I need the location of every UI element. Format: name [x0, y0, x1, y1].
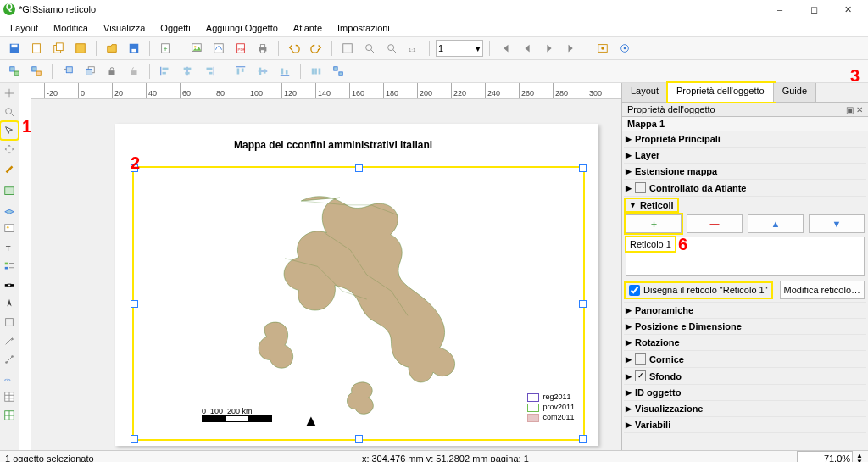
ruler-horizontal: -200204060801001201401601802002202402602… [19, 83, 621, 99]
section-frame[interactable]: ▶Cornice [626, 353, 865, 365]
add-nodeitem-icon[interactable] [1, 351, 18, 368]
unlock-icon[interactable] [125, 62, 143, 81]
add-label-icon[interactable]: T [1, 239, 18, 256]
nav-prev-icon[interactable] [518, 39, 537, 58]
add-fixedtable-icon[interactable] [1, 407, 18, 424]
add-html-icon[interactable]: </> [1, 370, 18, 387]
add-shape-icon[interactable] [1, 314, 18, 331]
group-icon[interactable] [5, 62, 24, 81]
align-hcenter-icon[interactable] [178, 62, 197, 81]
lower-icon[interactable] [81, 62, 99, 81]
add-page-icon[interactable]: + [156, 39, 175, 58]
add-grid-button[interactable]: ＋ [626, 214, 682, 233]
add-map-icon[interactable] [1, 183, 18, 200]
add-arrow-icon[interactable] [1, 332, 18, 349]
ungroup-icon[interactable] [27, 62, 46, 81]
atlas-preview-icon[interactable] [593, 39, 612, 58]
grid-list-item[interactable]: Reticolo 1 [626, 237, 675, 251]
lock-icon[interactable] [103, 62, 121, 81]
align-bottom-icon[interactable] [275, 62, 294, 81]
edit-grid-button[interactable]: Modifica reticolo… [780, 281, 865, 299]
tab-layout[interactable]: Layout [622, 83, 668, 102]
align-top-icon[interactable] [231, 62, 250, 81]
save-template-icon[interactable] [125, 39, 143, 58]
nav-next-icon[interactable] [540, 39, 559, 58]
zoom-stepper-icon[interactable]: ▲▼ [856, 453, 863, 462]
zoom-input[interactable] [797, 451, 853, 462]
zoom-tool-icon[interactable] [1, 103, 18, 120]
export-image-icon[interactable] [187, 39, 206, 58]
section-grids[interactable]: ▼Reticoli [626, 199, 677, 211]
add-northarrow-icon[interactable] [1, 295, 18, 312]
section-main-props[interactable]: ▶Proprietà Principali [626, 134, 865, 144]
draw-grid-checkbox[interactable]: Disegna il reticolo "Reticolo 1" [626, 283, 771, 298]
section-background[interactable]: ▶✓Sfondo [626, 370, 865, 381]
map-item[interactable]: reg2011 prov2011 com2011 0 100 200 km [132, 166, 585, 441]
section-overviews[interactable]: ▶Panoramiche [626, 305, 865, 315]
raise-icon[interactable] [58, 62, 77, 81]
svg-line-22 [393, 50, 397, 53]
resize-equal-icon[interactable] [329, 62, 348, 81]
menu-atlante[interactable]: Atlante [287, 21, 329, 35]
grid-down-button[interactable]: ▼ [809, 214, 865, 233]
select-tool-icon[interactable] [1, 122, 18, 139]
dup-layout-icon[interactable] [49, 39, 68, 58]
nav-first-icon[interactable] [496, 39, 515, 58]
add-3dmap-icon[interactable] [1, 202, 18, 219]
page-combo[interactable]: 1▾ [436, 40, 483, 57]
zoom-out-icon[interactable] [382, 39, 401, 58]
edit-nodes-icon[interactable] [1, 159, 18, 176]
atlas-settings-icon[interactable] [615, 39, 634, 58]
section-id[interactable]: ▶ID oggetto [626, 387, 865, 398]
zoom-100-icon[interactable]: 1:1 [404, 39, 423, 58]
grid-up-button[interactable]: ▲ [748, 214, 804, 233]
tab-item-properties[interactable]: Proprietà dell'oggetto [668, 83, 774, 102]
distribute-h-icon[interactable] [307, 62, 326, 81]
layout-page[interactable]: Mappa dei cconfini amministrativi italia… [115, 124, 598, 446]
add-table-icon[interactable] [1, 388, 18, 405]
open-icon[interactable] [103, 39, 121, 58]
export-pdf-icon[interactable]: PDF [231, 39, 250, 58]
section-extent[interactable]: ▶Estensione mappa [626, 166, 865, 176]
add-scalebar-icon[interactable] [1, 276, 18, 293]
menu-modifica[interactable]: Modifica [47, 21, 95, 35]
add-image-icon[interactable] [1, 220, 18, 237]
section-atlas[interactable]: ▶Controllato da Atlante [626, 182, 865, 193]
svg-rect-29 [14, 71, 19, 75]
layout-canvas[interactable]: -200204060801001201401601802002202402602… [19, 83, 621, 450]
pan-tool-icon[interactable] [1, 85, 18, 102]
export-svg-icon[interactable] [209, 39, 228, 58]
nav-last-icon[interactable] [562, 39, 581, 58]
menu-oggetti[interactable]: Oggetti [153, 21, 197, 35]
align-right-icon[interactable] [200, 62, 219, 81]
section-vars[interactable]: ▶Variabili [626, 420, 865, 430]
zoom-in-icon[interactable] [360, 39, 379, 58]
add-legend-icon[interactable] [1, 258, 18, 275]
remove-grid-button[interactable]: — [687, 214, 743, 233]
undo-icon[interactable] [285, 39, 303, 58]
grid-list[interactable]: Reticolo 1 [626, 237, 865, 276]
menu-aggiungi[interactable]: Aggiungi Oggetto [199, 21, 285, 35]
redo-icon[interactable] [307, 39, 326, 58]
svg-line-62 [11, 114, 14, 117]
section-display[interactable]: ▶Visualizzazione [626, 404, 865, 414]
close-button[interactable]: ✕ [831, 0, 865, 19]
save-layout-icon[interactable] [5, 39, 24, 58]
section-rotation[interactable]: ▶Rotazione [626, 337, 865, 348]
toolbar-row-1: + PDF 1:1 1▾ [0, 37, 868, 60]
new-layout-icon[interactable] [27, 39, 46, 58]
section-posdim[interactable]: ▶Posizione e Dimensione [626, 321, 865, 331]
minimize-button[interactable]: – [763, 0, 797, 19]
menu-visualizza[interactable]: Visualizza [97, 21, 152, 35]
move-content-icon[interactable] [1, 141, 18, 158]
zoom-full-icon[interactable] [338, 39, 357, 58]
maximize-button[interactable]: ◻ [797, 0, 831, 19]
print-icon[interactable] [253, 39, 272, 58]
layout-manager-icon[interactable] [71, 39, 90, 58]
align-left-icon[interactable] [156, 62, 175, 81]
tab-guides[interactable]: Guide [774, 83, 816, 102]
menu-impostazioni[interactable]: Impostazioni [331, 21, 397, 35]
align-vcenter-icon[interactable] [253, 62, 272, 81]
section-layer[interactable]: ▶Layer [626, 150, 865, 160]
menu-layout[interactable]: Layout [3, 21, 45, 35]
